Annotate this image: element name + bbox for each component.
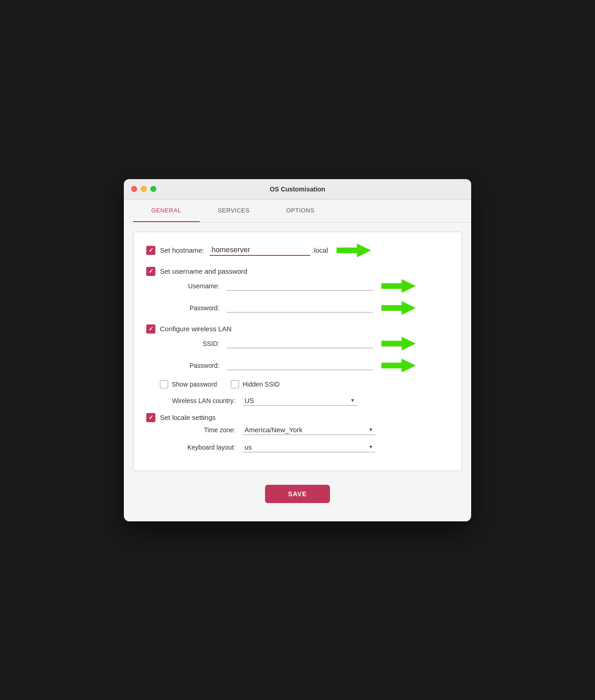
hostname-input-area: .local bbox=[210, 243, 371, 258]
svg-marker-3 bbox=[381, 336, 416, 350]
save-button[interactable]: SAVE bbox=[265, 485, 329, 503]
username-label: Username: bbox=[160, 282, 219, 290]
ssid-input[interactable] bbox=[227, 339, 373, 348]
ssid-arrow bbox=[379, 336, 416, 351]
svg-marker-0 bbox=[336, 243, 371, 257]
timezone-dropdown[interactable]: America/New_York ▼ bbox=[243, 425, 375, 435]
tab-general[interactable]: GENERAL bbox=[133, 200, 200, 222]
user-password-arrow bbox=[379, 301, 416, 315]
user-password-input[interactable] bbox=[227, 303, 373, 313]
save-area: SAVE bbox=[133, 480, 462, 512]
show-password-option[interactable]: Show password bbox=[160, 380, 217, 388]
hostname-suffix: .local bbox=[312, 246, 328, 254]
content-area: ✓ Set hostname: .local ✓ bbox=[124, 223, 471, 521]
keyboard-label: Keyboard layout: bbox=[160, 444, 235, 451]
form-box: ✓ Set hostname: .local ✓ bbox=[133, 232, 462, 471]
wifi-options-row: Show password Hidden SSID bbox=[160, 380, 449, 388]
country-row: Wireless LAN country: US ▼ bbox=[160, 396, 449, 406]
hidden-ssid-checkbox[interactable] bbox=[231, 380, 239, 388]
wifi-password-label: Password: bbox=[160, 362, 219, 369]
hostname-row: ✓ Set hostname: .local bbox=[146, 243, 449, 258]
svg-marker-4 bbox=[381, 358, 416, 372]
user-section-header: ✓ Set username and password bbox=[146, 267, 449, 276]
user-password-label: Password: bbox=[160, 304, 219, 312]
main-window: OS Customisation GENERAL SERVICES OPTION… bbox=[124, 179, 471, 521]
wifi-password-arrow bbox=[379, 358, 416, 373]
minimize-button[interactable] bbox=[141, 186, 147, 192]
hostname-input[interactable] bbox=[210, 245, 310, 256]
locale-section-header: ✓ Set locale settings bbox=[146, 413, 449, 422]
dropdown-arrow-icon: ▼ bbox=[350, 398, 355, 403]
hostname-checkbox[interactable]: ✓ bbox=[146, 246, 155, 255]
hidden-ssid-label: Hidden SSID bbox=[243, 381, 280, 388]
wifi-section-label: Configure wireless LAN bbox=[160, 325, 232, 333]
svg-marker-2 bbox=[381, 301, 416, 314]
country-label: Wireless LAN country: bbox=[160, 397, 235, 404]
keyboard-arrow-icon: ▼ bbox=[368, 444, 373, 450]
country-value: US bbox=[244, 397, 254, 404]
maximize-button[interactable] bbox=[150, 186, 156, 192]
keyboard-row: Keyboard layout: us ▼ bbox=[160, 442, 449, 452]
ssid-label: SSID: bbox=[160, 340, 219, 347]
show-password-checkbox[interactable] bbox=[160, 380, 168, 388]
timezone-label: Time zone: bbox=[160, 426, 235, 434]
timezone-row: Time zone: America/New_York ▼ bbox=[160, 425, 449, 435]
titlebar: OS Customisation bbox=[124, 179, 471, 200]
user-password-row: Password: bbox=[160, 301, 449, 315]
username-row: Username: bbox=[160, 279, 449, 293]
traffic-lights bbox=[131, 186, 156, 192]
username-arrow bbox=[379, 279, 416, 293]
ssid-row: SSID: bbox=[160, 336, 449, 351]
hostname-arrow bbox=[335, 243, 371, 258]
username-input[interactable] bbox=[227, 281, 373, 291]
wifi-password-input[interactable] bbox=[227, 361, 373, 370]
wifi-section-header: ✓ Configure wireless LAN bbox=[146, 324, 449, 334]
show-password-label: Show password bbox=[172, 381, 217, 388]
tab-services[interactable]: SERVICES bbox=[200, 200, 268, 222]
tab-bar: GENERAL SERVICES OPTIONS bbox=[124, 200, 471, 223]
country-dropdown[interactable]: US ▼ bbox=[243, 396, 357, 406]
user-section-label: Set username and password bbox=[160, 267, 247, 275]
locale-checkbox[interactable]: ✓ bbox=[146, 413, 155, 422]
timezone-arrow-icon: ▼ bbox=[368, 427, 373, 432]
close-button[interactable] bbox=[131, 186, 137, 192]
hidden-ssid-option[interactable]: Hidden SSID bbox=[231, 380, 280, 388]
keyboard-value: us bbox=[244, 443, 252, 451]
keyboard-dropdown[interactable]: us ▼ bbox=[243, 442, 375, 452]
user-checkbox[interactable]: ✓ bbox=[146, 267, 155, 276]
wifi-password-row: Password: bbox=[160, 358, 449, 373]
window-title: OS Customisation bbox=[270, 186, 325, 193]
hostname-label: Set hostname: bbox=[160, 246, 204, 254]
tab-options[interactable]: OPTIONS bbox=[268, 200, 333, 222]
timezone-value: America/New_York bbox=[244, 426, 303, 434]
svg-marker-1 bbox=[381, 279, 416, 292]
wifi-checkbox[interactable]: ✓ bbox=[146, 324, 155, 334]
locale-section-label: Set locale settings bbox=[160, 414, 216, 421]
